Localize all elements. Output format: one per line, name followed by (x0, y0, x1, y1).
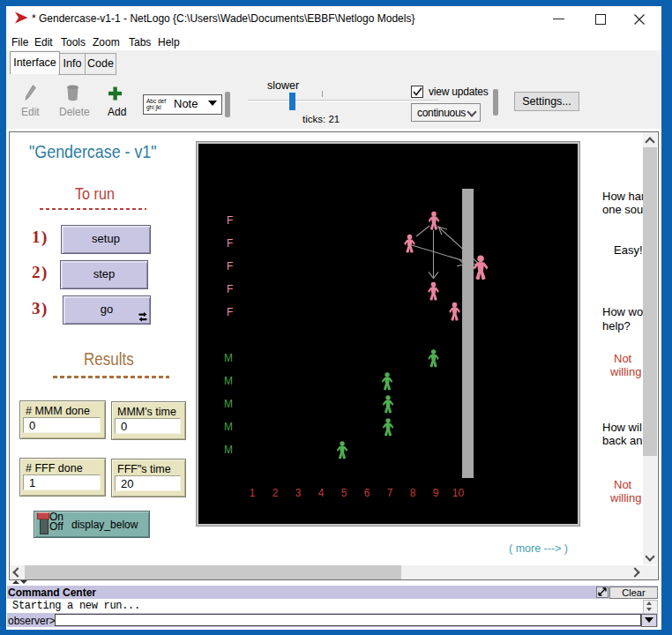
svg-text:8: 8 (410, 487, 416, 499)
svg-text:3: 3 (295, 487, 302, 499)
svg-text:F: F (227, 237, 233, 250)
svg-text:M: M (224, 352, 233, 364)
svg-text:2: 2 (273, 487, 279, 499)
svg-text:F: F (227, 283, 233, 295)
svg-text:M: M (224, 375, 233, 387)
svg-text:10: 10 (452, 487, 465, 499)
svg-text:M: M (224, 444, 233, 456)
svg-text:M: M (224, 421, 233, 433)
svg-text:M: M (224, 398, 233, 410)
svg-text:1: 1 (250, 487, 256, 499)
svg-text:6: 6 (364, 487, 370, 499)
svg-text:7: 7 (387, 487, 393, 499)
svg-text:F: F (227, 260, 233, 273)
svg-text:F: F (227, 306, 233, 318)
svg-text:F: F (227, 214, 233, 227)
svg-text:9: 9 (433, 487, 439, 499)
svg-text:4: 4 (318, 487, 325, 499)
svg-text:5: 5 (341, 487, 347, 499)
